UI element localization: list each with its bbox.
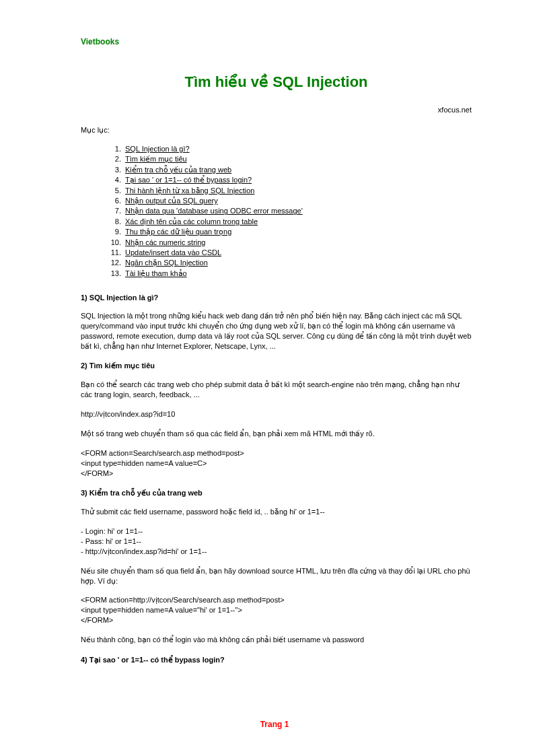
toc-link[interactable]: Ngăn chặn SQL Injection bbox=[125, 259, 208, 267]
toc-heading: Mục lục: bbox=[81, 126, 472, 135]
toc-item[interactable]: Ngăn chặn SQL Injection bbox=[123, 258, 472, 268]
code-block: - Login: hi' or 1=1--- Pass: hi' or 1=1-… bbox=[81, 526, 472, 557]
toc-link[interactable]: Tài liệu tham khảo bbox=[125, 269, 187, 277]
section-heading-1: 1) SQL Injection là gì? bbox=[81, 294, 472, 302]
toc-item[interactable]: Nhận các numeric string bbox=[123, 238, 472, 248]
paragraph: Nếu thành công, bạn có thể login vào mà … bbox=[81, 635, 472, 645]
toc-link[interactable]: Xác định tên của các column trong table bbox=[125, 217, 258, 226]
code-block: <FORM action=Search/search.asp method=po… bbox=[81, 448, 472, 479]
page-title: Tìm hiểu về SQL Injection bbox=[81, 73, 472, 91]
toc-link[interactable]: Tại sao ' or 1=1-- có thể bypass login? bbox=[125, 176, 252, 184]
document-page: Vietbooks Tìm hiểu về SQL Injection xfoc… bbox=[0, 0, 549, 756]
paragraph: Thử submit các field username, password … bbox=[81, 507, 472, 517]
toc-link[interactable]: Nhận các numeric string bbox=[125, 238, 206, 246]
toc-link[interactable]: Update/insert data vào CSDL bbox=[125, 248, 221, 256]
paragraph: Một số trang web chuyển tham số qua các … bbox=[81, 429, 472, 439]
code-block: <FORM action=http://vịtcon/Search/search… bbox=[81, 595, 472, 625]
brand-label: Vietbooks bbox=[81, 37, 472, 46]
page-number: Trang 1 bbox=[0, 720, 549, 729]
toc-item[interactable]: Tìm kiếm mục tiêu bbox=[123, 154, 472, 164]
paragraph: SQL Injection là một trong những kiểu ha… bbox=[81, 311, 472, 351]
section-heading-2: 2) Tìm kiếm mục tiêu bbox=[81, 362, 472, 370]
paragraph: http://vịtcon/index.asp?id=10 bbox=[81, 409, 472, 419]
toc-item[interactable]: SQL Injection là gì? bbox=[123, 144, 472, 154]
toc-item[interactable]: Thu thập các dữ liệu quan trọng bbox=[123, 227, 472, 237]
toc-item[interactable]: Update/insert data vào CSDL bbox=[123, 248, 472, 258]
toc-item[interactable]: Kiểm tra chỗ yếu của trang web bbox=[123, 165, 472, 175]
source-label: xfocus.net bbox=[81, 106, 472, 114]
toc-link[interactable]: Tìm kiếm mục tiêu bbox=[125, 155, 187, 163]
toc-link[interactable]: Nhận data qua 'database using ODBC error… bbox=[125, 207, 303, 215]
toc-link[interactable]: Thu thập các dữ liệu quan trọng bbox=[125, 228, 231, 236]
paragraph: Bạn có thể search các trang web cho phép… bbox=[81, 380, 472, 400]
toc-link[interactable]: Nhận output của SQL query bbox=[125, 197, 218, 205]
section-heading-3: 3) Kiểm tra chỗ yếu của trang web bbox=[81, 489, 472, 497]
toc-item[interactable]: Nhận output của SQL query bbox=[123, 196, 472, 206]
toc-item[interactable]: Nhận data qua 'database using ODBC error… bbox=[123, 206, 472, 216]
table-of-contents: SQL Injection là gì? Tìm kiếm mục tiêu K… bbox=[81, 144, 472, 279]
toc-link[interactable]: Kiểm tra chỗ yếu của trang web bbox=[125, 166, 231, 174]
section-heading-4: 4) Tại sao ' or 1=1-- có thể bypass logi… bbox=[81, 656, 472, 664]
toc-item[interactable]: Tài liệu tham khảo bbox=[123, 269, 472, 279]
toc-item[interactable]: Tại sao ' or 1=1-- có thể bypass login? bbox=[123, 175, 472, 185]
toc-link[interactable]: Thi hành lệnh từ xa bằng SQL Injection bbox=[125, 186, 254, 195]
paragraph: Nếu site chuyển tham số qua field ẩn, bạ… bbox=[81, 566, 472, 586]
toc-link[interactable]: SQL Injection là gì? bbox=[125, 145, 190, 153]
toc-item[interactable]: Thi hành lệnh từ xa bằng SQL Injection bbox=[123, 186, 472, 196]
toc-item[interactable]: Xác định tên của các column trong table bbox=[123, 217, 472, 227]
